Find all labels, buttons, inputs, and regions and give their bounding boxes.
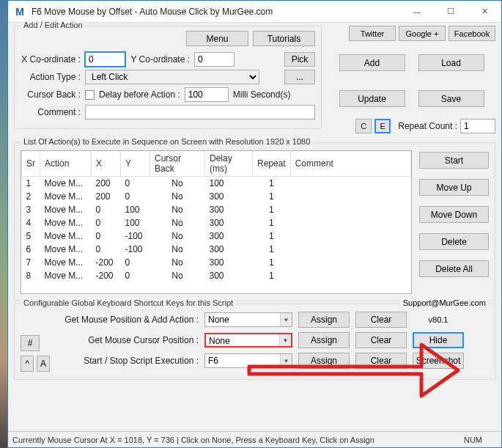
- maximize-button[interactable]: ☐: [434, 1, 468, 23]
- clear1-button[interactable]: Clear: [355, 312, 407, 328]
- screenshot-button[interactable]: Screenshot: [413, 353, 464, 369]
- shortcut3-label: Start / Stop Script Execution :: [56, 356, 199, 366]
- cursor-back-checkbox[interactable]: [85, 90, 95, 100]
- hash-button[interactable]: #: [21, 335, 40, 351]
- e-button[interactable]: E: [374, 119, 391, 133]
- more-button[interactable]: ...: [284, 70, 315, 84]
- col-comment[interactable]: Comment: [290, 151, 410, 177]
- y-coord-label: Y Co-ordinate :: [130, 54, 190, 65]
- action-type-label: Action Type :: [21, 72, 81, 82]
- shortcut1-label: Get Mouse Position & Add Action :: [56, 315, 199, 325]
- status-text: Currently Mouse Cursor At X = 1018, Y = …: [12, 436, 374, 444]
- table-row[interactable]: 2Move M...2000No3001: [22, 190, 411, 203]
- comment-label: Comment :: [21, 107, 81, 117]
- hide-button[interactable]: Hide: [413, 332, 464, 348]
- save-button[interactable]: Save: [418, 90, 484, 107]
- delete-all-button[interactable]: Delete All: [419, 260, 489, 277]
- twitter-button[interactable]: Twitter: [349, 26, 396, 41]
- version-label: v80.1: [413, 315, 464, 324]
- pick-button[interactable]: Pick: [284, 52, 315, 67]
- clear2-button[interactable]: Clear: [355, 332, 407, 348]
- shortcuts-legend: Configurable Global Keyboard Shortcut Ke…: [21, 298, 236, 307]
- action-list-fieldset: List Of Action(s) to Execute in Sequence…: [14, 142, 495, 301]
- chevron-down-icon: ▼: [280, 313, 292, 326]
- col-delay[interactable]: Delay (ms): [205, 151, 253, 177]
- app-window: M F6 Move Mouse by Offset - Auto Mouse C…: [7, 0, 502, 448]
- shortcut2-combo[interactable]: None▼: [204, 333, 292, 348]
- x-coord-label: X Co-ordinate :: [21, 54, 81, 65]
- update-button[interactable]: Update: [339, 90, 405, 107]
- menu-button[interactable]: Menu: [186, 31, 248, 46]
- cursor-back-label: Cursor Back :: [21, 89, 81, 100]
- caret-button[interactable]: ^: [21, 356, 34, 372]
- col-y[interactable]: Y: [121, 151, 150, 177]
- facebook-button[interactable]: Facebook: [449, 26, 495, 41]
- y-coord-input[interactable]: [194, 52, 235, 67]
- table-row[interactable]: 8Move M...-2000No3001: [22, 269, 411, 282]
- add-edit-legend: Add / Edit Action: [21, 21, 86, 29]
- delete-button[interactable]: Delete: [419, 233, 489, 250]
- app-icon: M: [14, 6, 26, 18]
- add-button[interactable]: Add: [339, 54, 405, 71]
- col-repeat[interactable]: Repeat: [253, 151, 291, 177]
- shortcuts-fieldset: Configurable Global Keyboard Shortcut Ke…: [14, 304, 495, 380]
- delay-input[interactable]: [185, 87, 229, 102]
- window-title: F6 Move Mouse by Offset - Auto Mouse Cli…: [32, 7, 400, 17]
- close-button[interactable]: ✕: [468, 1, 501, 23]
- move-down-button[interactable]: Move Down: [419, 206, 489, 223]
- table-row[interactable]: 4Move M...0100No3001: [22, 216, 411, 229]
- assign2-button[interactable]: Assign: [298, 332, 350, 348]
- action-table[interactable]: Sr Action X Y Cursor Back Delay (ms) Rep…: [21, 150, 412, 294]
- col-action[interactable]: Action: [40, 151, 92, 177]
- table-row[interactable]: 7Move M...-2000No3001: [22, 256, 411, 269]
- delay-label: Delay before Action :: [99, 89, 180, 100]
- load-button[interactable]: Load: [418, 54, 484, 71]
- status-num: NUM: [464, 436, 482, 444]
- action-list-legend: List Of Action(s) to Execute in Sequence…: [21, 137, 313, 146]
- minimize-button[interactable]: —: [400, 1, 434, 23]
- repeat-input[interactable]: [460, 119, 495, 133]
- shortcut2-label: Get Mouse Cursor Position :: [56, 335, 199, 345]
- col-sr[interactable]: Sr: [22, 151, 40, 177]
- action-type-select[interactable]: Left Click: [85, 70, 259, 84]
- x-coord-input[interactable]: [85, 52, 125, 67]
- table-row[interactable]: 6Move M...0-100No3001: [22, 243, 411, 256]
- move-up-button[interactable]: Move Up: [419, 179, 489, 196]
- table-row[interactable]: 1Move M...2000No1001: [22, 177, 411, 191]
- table-row[interactable]: 5Move M...0-100No3001: [22, 229, 411, 243]
- c-button[interactable]: C: [355, 119, 372, 133]
- tutorials-button[interactable]: Tutorials: [253, 31, 315, 46]
- chevron-down-icon: ▼: [279, 334, 291, 346]
- statusbar: Currently Mouse Cursor At X = 1018, Y = …: [8, 431, 501, 447]
- col-cursor-back[interactable]: Cursor Back: [150, 151, 205, 177]
- clear3-button[interactable]: Clear: [355, 353, 407, 369]
- table-row[interactable]: 3Move M...0100No3001: [22, 203, 411, 216]
- shortcut3-combo[interactable]: F6▼: [204, 353, 292, 368]
- a-button[interactable]: A: [37, 356, 50, 372]
- chevron-down-icon: ▼: [280, 354, 292, 367]
- titlebar: M F6 Move Mouse by Offset - Auto Mouse C…: [8, 1, 501, 23]
- comment-input[interactable]: [85, 105, 315, 120]
- assign1-button[interactable]: Assign: [298, 312, 350, 328]
- support-link[interactable]: Support@MurGee.com: [400, 298, 489, 307]
- start-button[interactable]: Start: [419, 152, 489, 169]
- assign3-button[interactable]: Assign: [298, 353, 350, 369]
- col-x[interactable]: X: [92, 151, 121, 177]
- delay-unit: Milli Second(s): [233, 89, 291, 100]
- add-edit-fieldset: Add / Edit Action Menu Tutorials X Co-or…: [14, 26, 322, 129]
- google-button[interactable]: Google +: [399, 26, 446, 41]
- shortcut1-combo[interactable]: None▼: [204, 312, 292, 327]
- repeat-label: Repeat Count :: [398, 121, 457, 131]
